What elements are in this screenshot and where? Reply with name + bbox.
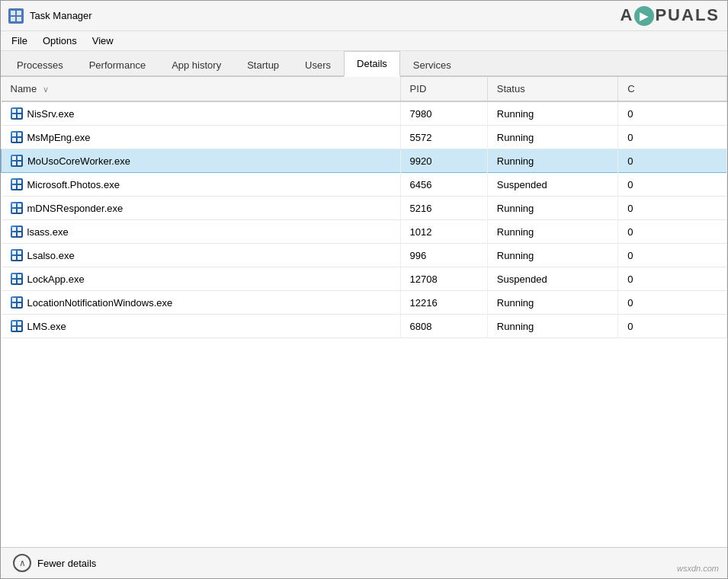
svg-rect-9 (18, 133, 21, 136)
svg-rect-0 (11, 11, 15, 15)
process-name-text: MsMpEng.exe (27, 132, 91, 143)
watermark: wsxdn.com (677, 564, 719, 573)
svg-rect-42 (12, 327, 16, 331)
tab-processes[interactable]: Processes (4, 53, 76, 77)
process-name-text: LMS.exe (27, 321, 66, 332)
svg-rect-7 (18, 114, 21, 118)
fewer-details-button[interactable]: ∧ Fewer details (13, 554, 96, 572)
process-icon (11, 107, 23, 120)
svg-rect-15 (18, 162, 21, 165)
svg-rect-34 (12, 280, 16, 283)
table-header-row: Name ∨ PID Status C (2, 77, 727, 101)
svg-rect-31 (18, 256, 21, 260)
process-icon (11, 202, 23, 214)
tab-app-history[interactable]: App history (159, 53, 234, 77)
menu-bar: File Options View (1, 31, 727, 51)
table-row[interactable]: MoUsoCoreWorker.exe 9920Running0 (2, 149, 727, 173)
table-row[interactable]: Microsoft.Photos.exe 6456Suspended0 (2, 173, 727, 197)
svg-rect-18 (12, 185, 16, 189)
svg-rect-33 (18, 274, 21, 278)
tab-performance[interactable]: Performance (76, 53, 159, 77)
svg-rect-21 (18, 203, 21, 207)
process-pid-cell: 6808 (400, 315, 487, 338)
menu-view[interactable]: View (86, 33, 120, 49)
process-status-cell: Suspended (487, 173, 617, 197)
process-cpu-cell: 0 (618, 173, 727, 197)
col-header-name[interactable]: Name ∨ (2, 77, 401, 101)
col-header-status[interactable]: Status (487, 77, 617, 101)
process-pid-cell: 6456 (400, 173, 487, 197)
table-row[interactable]: LMS.exe 6808Running0 (2, 315, 727, 338)
process-name-text: MoUsoCoreWorker.exe (27, 155, 130, 167)
col-header-cpu[interactable]: C (618, 77, 727, 101)
circle-arrow-icon: ∧ (13, 554, 31, 572)
svg-rect-29 (18, 251, 21, 254)
process-cpu-cell: 0 (618, 267, 727, 291)
svg-rect-19 (18, 185, 21, 189)
svg-rect-36 (12, 298, 16, 302)
svg-rect-2 (11, 17, 15, 21)
col-header-pid[interactable]: PID (400, 77, 487, 101)
tab-users[interactable]: Users (292, 53, 344, 77)
process-pid-cell: 1012 (400, 220, 487, 244)
process-cpu-cell: 0 (618, 101, 727, 126)
process-name-cell: Lsalso.exe (2, 244, 401, 267)
app-icon (8, 8, 24, 24)
process-pid-cell: 12216 (400, 291, 487, 315)
process-table-container[interactable]: Name ∨ PID Status C (1, 77, 727, 547)
menu-options[interactable]: Options (37, 33, 83, 49)
sort-chevron: ∨ (43, 85, 49, 94)
svg-rect-25 (18, 227, 21, 231)
svg-rect-16 (12, 180, 16, 184)
svg-rect-5 (18, 109, 21, 113)
svg-rect-1 (17, 11, 21, 15)
table-row[interactable]: MsMpEng.exe 5572Running0 (2, 126, 727, 149)
process-icon (11, 249, 23, 261)
table-row[interactable]: LocationNotificationWindows.exe 12216Run… (2, 291, 727, 315)
appuals-logo: A▶PUALS (621, 5, 720, 26)
process-status-cell: Running (487, 315, 617, 338)
fewer-details-label: Fewer details (37, 558, 96, 569)
tab-startup[interactable]: Startup (234, 53, 292, 77)
svg-rect-14 (12, 162, 16, 165)
tab-details[interactable]: Details (344, 51, 400, 77)
svg-rect-30 (12, 256, 16, 260)
title-bar: Task Manager A▶PUALS (1, 1, 727, 31)
process-name-cell: LMS.exe (2, 315, 401, 338)
process-cpu-cell: 0 (618, 220, 727, 244)
process-name-cell: MsMpEng.exe (2, 126, 401, 149)
process-pid-cell: 9920 (400, 149, 487, 173)
table-row[interactable]: mDNSResponder.exe 5216Running0 (2, 197, 727, 220)
svg-rect-24 (12, 227, 16, 231)
svg-rect-41 (18, 321, 21, 325)
process-status-cell: Running (487, 197, 617, 220)
table-row[interactable]: Lsalso.exe 996Running0 (2, 244, 727, 267)
table-row[interactable]: lsass.exe 1012Running0 (2, 220, 727, 244)
process-status-cell: Running (487, 291, 617, 315)
menu-file[interactable]: File (5, 33, 34, 49)
process-icon (11, 273, 23, 285)
process-name-cell: MoUsoCoreWorker.exe (2, 149, 401, 173)
process-name-text: mDNSResponder.exe (27, 203, 123, 214)
svg-rect-13 (18, 156, 21, 160)
table-row[interactable]: LockApp.exe 12708Suspended0 (2, 267, 727, 291)
process-name-cell: lsass.exe (2, 220, 401, 244)
svg-rect-20 (12, 203, 16, 207)
process-icon (11, 155, 23, 167)
process-name-cell: NisSrv.exe (2, 101, 401, 126)
svg-rect-8 (12, 133, 16, 136)
content-area: Name ∨ PID Status C (1, 77, 727, 578)
process-name-cell: Microsoft.Photos.exe (2, 173, 401, 197)
svg-rect-28 (12, 251, 16, 254)
process-status-cell: Running (487, 101, 617, 126)
table-row[interactable]: NisSrv.exe 7980Running0 (2, 101, 727, 126)
process-icon (11, 226, 23, 238)
tabs-bar: Processes Performance App history Startu… (1, 51, 727, 77)
footer-bar: ∧ Fewer details (1, 547, 727, 578)
tab-services[interactable]: Services (400, 53, 464, 77)
process-pid-cell: 5572 (400, 126, 487, 149)
process-icon (11, 131, 23, 143)
svg-rect-27 (18, 232, 21, 236)
process-name-cell: LocationNotificationWindows.exe (2, 291, 401, 315)
svg-rect-23 (18, 209, 21, 213)
